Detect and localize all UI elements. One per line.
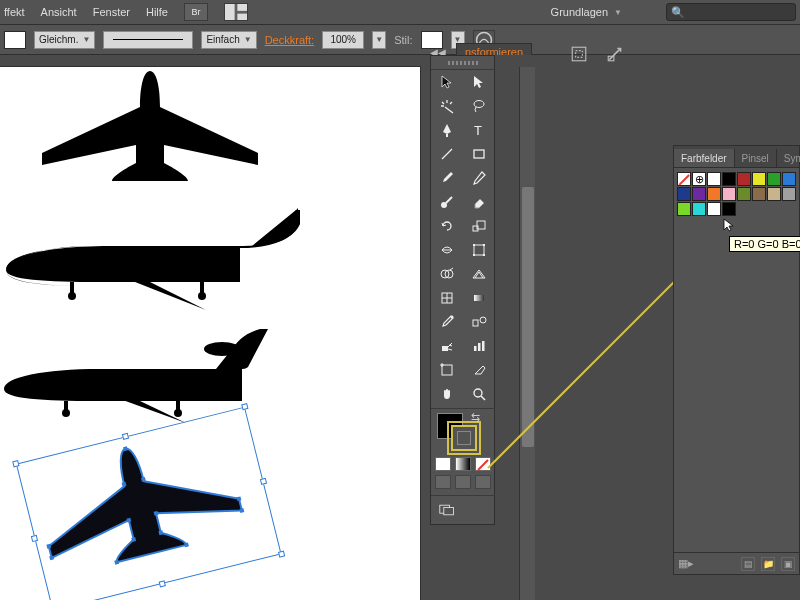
swatch-cell[interactable]	[722, 187, 736, 201]
swatch-cell[interactable]	[692, 187, 706, 201]
stroke-style-dropdown[interactable]: Einfach▼	[201, 31, 256, 49]
draw-normal[interactable]	[435, 475, 451, 489]
artwork-plane-side-1[interactable]	[0, 202, 300, 312]
rotate-tool[interactable]	[431, 214, 463, 238]
lasso-tool[interactable]	[463, 94, 495, 118]
eraser-tool[interactable]	[463, 190, 495, 214]
swatch-cell[interactable]	[692, 202, 706, 216]
menu-effect[interactable]: ffekt	[4, 6, 25, 18]
svg-rect-52	[474, 295, 484, 301]
symbol-sprayer-tool[interactable]	[431, 334, 463, 358]
column-graph-tool[interactable]	[463, 334, 495, 358]
svg-rect-8	[156, 147, 162, 161]
mesh-tool[interactable]	[431, 286, 463, 310]
swatch-cell[interactable]	[677, 202, 691, 216]
fill-stroke-indicator[interactable]: ⇆	[431, 411, 495, 455]
rectangle-tool[interactable]	[463, 142, 495, 166]
fill-swatch[interactable]	[4, 31, 26, 49]
eyedropper-tool[interactable]	[431, 310, 463, 334]
stroke-color-swatch[interactable]	[451, 425, 477, 451]
swap-fill-stroke-icon[interactable]: ⇆	[471, 411, 480, 424]
bridge-button[interactable]: Br	[184, 3, 208, 21]
svg-rect-45	[473, 254, 475, 256]
vertical-scrollbar[interactable]	[519, 67, 535, 600]
selection-tool[interactable]	[431, 70, 463, 94]
svg-point-12	[68, 292, 76, 300]
swatch-cell[interactable]	[782, 172, 796, 186]
swatch-cell[interactable]	[707, 172, 721, 186]
perspective-grid-tool[interactable]	[463, 262, 495, 286]
width-tool[interactable]	[431, 238, 463, 262]
stroke-uniform-dropdown[interactable]: Gleichm.▼	[34, 31, 95, 49]
transform-panel-icon[interactable]	[606, 45, 624, 63]
blob-brush-tool[interactable]	[431, 190, 463, 214]
menu-window[interactable]: Fenster	[93, 6, 130, 18]
draw-inside[interactable]	[475, 475, 491, 489]
svg-point-14	[198, 292, 206, 300]
scale-tool[interactable]	[463, 214, 495, 238]
opacity-dropdown[interactable]: ▼	[372, 31, 386, 49]
color-mode-solid[interactable]	[435, 457, 451, 471]
artwork-plane-top[interactable]	[20, 67, 280, 187]
opacity-label[interactable]: Deckkraft:	[265, 34, 315, 46]
menu-help[interactable]: Hilfe	[146, 6, 168, 18]
swatch-libraries-icon[interactable]: ▦▸	[678, 557, 694, 570]
svg-rect-58	[478, 343, 481, 351]
color-mode-row	[431, 455, 495, 473]
gradient-tool[interactable]	[463, 286, 495, 310]
svg-rect-46	[483, 254, 485, 256]
swatch-cell[interactable]	[737, 187, 751, 201]
zoom-tool[interactable]	[463, 382, 495, 406]
tab-brushes[interactable]: Pinsel	[735, 149, 777, 167]
swatch-cell[interactable]	[737, 172, 751, 186]
shape-builder-tool[interactable]	[431, 262, 463, 286]
blend-tool[interactable]	[463, 310, 495, 334]
chevron-down-icon: ▼	[82, 35, 90, 44]
swatch-cell[interactable]	[707, 187, 721, 201]
color-mode-none[interactable]	[475, 457, 491, 471]
paintbrush-tool[interactable]	[431, 166, 463, 190]
new-swatch-icon[interactable]: ▣	[781, 557, 795, 571]
slice-tool[interactable]	[463, 358, 495, 382]
swatch-cell[interactable]	[752, 187, 766, 201]
swatch-cell[interactable]	[677, 187, 691, 201]
pencil-tool[interactable]	[463, 166, 495, 190]
swatch-cell[interactable]	[767, 172, 781, 186]
tab-swatches[interactable]: Farbfelder	[674, 149, 735, 167]
hand-tool[interactable]	[431, 382, 463, 406]
svg-rect-1	[237, 4, 247, 11]
swatch-cell[interactable]	[677, 172, 691, 186]
swatch-cell[interactable]	[692, 172, 706, 186]
swatch-cell[interactable]	[782, 187, 796, 201]
direct-selection-tool[interactable]	[463, 70, 495, 94]
line-tool[interactable]	[431, 142, 463, 166]
swatch-cell[interactable]	[722, 172, 736, 186]
color-mode-gradient[interactable]	[455, 457, 471, 471]
magic-wand-tool[interactable]	[431, 94, 463, 118]
svg-rect-57	[474, 346, 477, 351]
swatch-cell[interactable]	[752, 172, 766, 186]
artboard[interactable]	[0, 67, 420, 600]
tab-symbols[interactable]: Symbol	[777, 149, 800, 167]
panel-grip[interactable]	[431, 56, 494, 70]
opacity-field[interactable]: 100%	[322, 31, 364, 49]
swatch-cell[interactable]	[722, 202, 736, 216]
pen-tool[interactable]	[431, 118, 463, 142]
svg-rect-43	[473, 244, 475, 246]
swatch-options-icon[interactable]: ▤	[741, 557, 755, 571]
chevron-down-icon: ▼	[614, 8, 622, 17]
workspace-switcher[interactable]: Grundlagen ▼	[551, 6, 622, 18]
screen-mode-button[interactable]	[431, 498, 463, 522]
scrollbar-thumb[interactable]	[522, 187, 534, 447]
artboard-tool[interactable]	[431, 358, 463, 382]
swatch-cell[interactable]	[767, 187, 781, 201]
free-transform-tool[interactable]	[463, 238, 495, 262]
menu-view[interactable]: Ansicht	[41, 6, 77, 18]
arrange-docs-button[interactable]	[224, 3, 248, 21]
stroke-style-preview[interactable]	[103, 31, 193, 49]
swatch-cell[interactable]	[707, 202, 721, 216]
new-color-group-icon[interactable]: 📁	[761, 557, 775, 571]
draw-behind[interactable]	[455, 475, 471, 489]
search-input[interactable]: 🔍	[666, 3, 796, 21]
type-tool[interactable]: T	[463, 118, 495, 142]
